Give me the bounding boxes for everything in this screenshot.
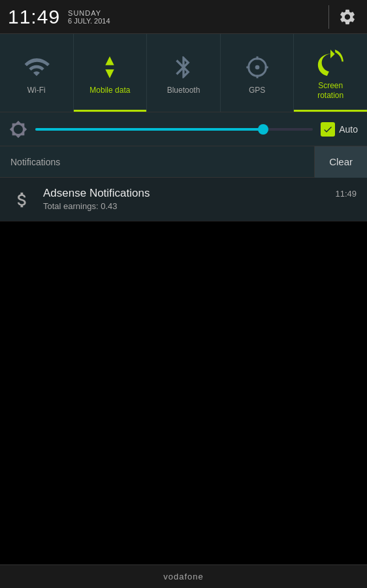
clear-button[interactable]: Clear — [314, 146, 367, 178]
status-time: 11:49 — [8, 6, 60, 28]
notification-icon-wrap — [10, 188, 34, 212]
toggle-gps[interactable]: GPS — [221, 34, 295, 112]
toggle-wifi[interactable]: Wi-Fi — [0, 34, 74, 112]
notifications-header: Notifications Clear — [0, 146, 367, 178]
bottom-bar: vodafone — [0, 564, 367, 588]
notification-item[interactable]: Adsense Notifications 11:49 Total earnin… — [0, 178, 367, 221]
toggle-bluetooth[interactable]: Bluetooth — [147, 34, 221, 112]
mobile-data-icon — [95, 53, 124, 82]
notification-title-row: Adsense Notifications 11:49 — [43, 187, 357, 200]
brightness-fill — [35, 128, 263, 131]
full-date: 6 JULY. 2014 — [68, 17, 110, 25]
notification-app-title: Adsense Notifications — [43, 187, 150, 200]
quick-toggles-panel: Wi-Fi Mobile data Bluetooth — [0, 34, 367, 112]
notification-time: 11:49 — [335, 189, 357, 199]
toggle-mobile-data[interactable]: Mobile data — [74, 34, 148, 112]
brightness-track[interactable] — [35, 128, 313, 131]
notification-content: Adsense Notifications 11:49 Total earnin… — [43, 187, 357, 212]
gps-icon — [243, 53, 272, 82]
screen-rotation-active-bar — [294, 110, 367, 112]
auto-checkbox[interactable] — [321, 122, 335, 137]
status-divider — [328, 5, 329, 29]
status-bar: 11:49 SUNDAY 6 JULY. 2014 — [0, 0, 367, 34]
gps-label: GPS — [249, 86, 265, 95]
day-name: SUNDAY — [68, 9, 110, 17]
date-info: SUNDAY 6 JULY. 2014 — [68, 9, 110, 25]
settings-icon[interactable] — [336, 5, 359, 29]
brightness-icon — [9, 120, 27, 139]
mobile-data-active-bar — [74, 110, 147, 112]
svg-marker-0 — [106, 57, 114, 65]
adsense-icon — [12, 190, 32, 210]
auto-label: Auto — [339, 124, 358, 135]
brightness-thumb — [258, 124, 268, 135]
svg-marker-1 — [106, 70, 114, 78]
bluetooth-label: Bluetooth — [167, 86, 200, 95]
clear-label: Clear — [329, 156, 353, 167]
svg-point-3 — [255, 65, 259, 70]
notifications-title-wrap: Notifications — [0, 156, 314, 168]
auto-brightness-wrap: Auto — [321, 122, 358, 137]
wifi-label: Wi-Fi — [27, 86, 46, 95]
toggle-screen-rotation[interactable]: Screenrotation — [294, 34, 367, 112]
wifi-icon — [22, 53, 51, 82]
carrier-name: vodafone — [163, 572, 204, 581]
screen-rotation-label: Screenrotation — [317, 81, 343, 100]
notifications-title: Notifications — [10, 157, 60, 167]
brightness-bar: Auto — [0, 112, 367, 146]
notification-body: Total earnings: 0.43 — [43, 201, 117, 211]
mobile-data-label: Mobile data — [89, 86, 130, 95]
screen-rotation-icon — [316, 48, 345, 77]
bluetooth-icon — [169, 53, 198, 82]
